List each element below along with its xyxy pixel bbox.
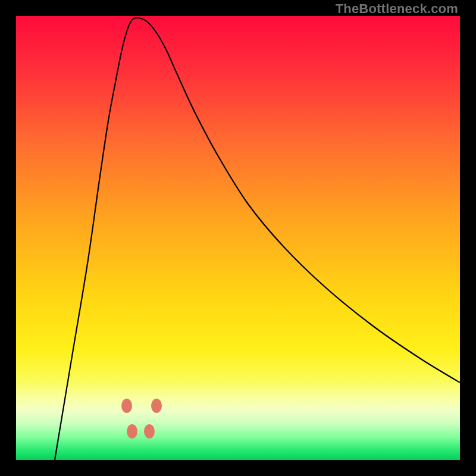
watermark-text: TheBottleneck.com	[336, 1, 458, 17]
svg-rect-0	[16, 16, 460, 460]
background-gradient	[16, 16, 460, 460]
chart-frame	[16, 16, 460, 460]
